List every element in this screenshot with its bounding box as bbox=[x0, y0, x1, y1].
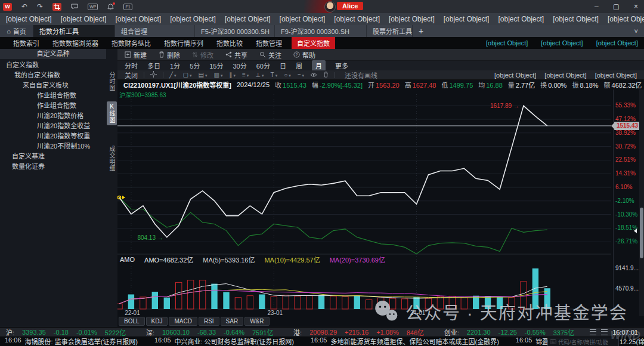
list-menu-icon[interactable] bbox=[601, 329, 608, 335]
close-button[interactable]: × bbox=[634, 2, 638, 11]
workspace-tab[interactable]: 股票分析工具 bbox=[367, 25, 413, 37]
search-input[interactable] bbox=[558, 339, 613, 345]
axis-collapse-arrow-icon[interactable] bbox=[634, 228, 637, 233]
subtab-item[interactable]: 指数财务纵比 bbox=[112, 38, 151, 48]
tab-home[interactable]: ⌂ 首页 bbox=[0, 25, 33, 37]
period-option[interactable]: 分时 bbox=[125, 61, 138, 70]
amo-tab[interactable]: AMO bbox=[120, 256, 135, 263]
chart-tool-menu[interactable]: [object Object] bbox=[544, 72, 586, 79]
tree-item[interactable]: 作业组合指数 bbox=[0, 89, 106, 100]
period-option[interactable]: 周 bbox=[296, 61, 302, 70]
new-index-button[interactable]: 新建 bbox=[125, 50, 147, 60]
tree-item[interactable]: 自定义指数 bbox=[0, 59, 106, 69]
period-option[interactable]: 更多 bbox=[335, 61, 348, 70]
period-option[interactable]: 5分 bbox=[190, 61, 200, 70]
draw-tool-icon[interactable]: ∥ bbox=[229, 72, 236, 78]
menu-item[interactable]: [object Object] bbox=[225, 15, 271, 23]
index-quote[interactable]: 沪: 3393.35 -0.18 -0.01% 5222亿 bbox=[6, 328, 126, 337]
period-option[interactable]: 月 bbox=[312, 60, 326, 71]
user-name-badge[interactable]: Alice bbox=[337, 2, 363, 10]
draw-tool-icon[interactable]: ~ bbox=[298, 72, 304, 78]
vtab-time-share-chart[interactable]: 分时图 bbox=[107, 72, 117, 91]
indicator-tab[interactable]: SAR bbox=[221, 317, 244, 326]
period-option[interactable]: 15分 bbox=[209, 61, 223, 70]
wp-badge-icon[interactable]: WP bbox=[88, 4, 98, 10]
chart-tool-menu[interactable]: [object Object] bbox=[494, 72, 536, 79]
indicator-tab[interactable]: RSI bbox=[199, 317, 219, 326]
help-button[interactable]: ? 帮助 bbox=[293, 50, 315, 60]
subtab-item[interactable]: 自定义指数 bbox=[292, 37, 335, 49]
news-item[interactable]: 16:05 中兴商业: 公司财务总监辞职(证券日报网) bbox=[154, 336, 294, 346]
subtab-item[interactable]: 指数行情序列 bbox=[164, 38, 203, 48]
menu-item[interactable]: [object Object] bbox=[170, 15, 216, 23]
tree-item[interactable]: 川渝20不限制10% bbox=[0, 140, 106, 150]
vtab-kline-chart[interactable]: K线图 bbox=[107, 101, 117, 125]
subtab-item[interactable]: 指数数据浏览器 bbox=[52, 38, 98, 48]
indicator-tab[interactable]: W&R bbox=[244, 317, 269, 326]
menu-item[interactable]: [object Object] bbox=[6, 15, 52, 23]
workspace-tab[interactable]: 指数分析工具 bbox=[33, 25, 115, 37]
maximize-button[interactable]: ▢ bbox=[613, 2, 620, 11]
indicator-tab[interactable]: KDJ bbox=[146, 317, 168, 326]
menu-item[interactable]: [object Object] bbox=[280, 15, 326, 23]
visibility-eye-icon[interactable] bbox=[310, 72, 317, 79]
menu-item[interactable]: [object Object] bbox=[498, 15, 544, 23]
menu-item[interactable]: [object Object] bbox=[115, 15, 161, 23]
period-option[interactable]: 1分 bbox=[170, 61, 180, 70]
delete-index-button[interactable]: 删除 bbox=[159, 50, 180, 60]
redo-icon[interactable]: ↷ bbox=[37, 0, 43, 13]
watch-index-button[interactable]: 关注 bbox=[259, 50, 281, 60]
period-option[interactable]: 日 bbox=[280, 61, 286, 70]
service-link[interactable]: [object Object] bbox=[541, 39, 583, 47]
draw-tool-icon[interactable]: ▥ bbox=[213, 72, 222, 78]
draw-tool-icon[interactable]: ≡ bbox=[242, 72, 249, 78]
period-option[interactable]: 多日 bbox=[147, 61, 160, 70]
list-menu-icon[interactable] bbox=[590, 329, 596, 335]
workspace-tab[interactable]: F5-沪深300 000300.SH bbox=[195, 25, 275, 37]
tree-item[interactable]: 川渝20指数等权重 bbox=[0, 130, 106, 140]
index-quote[interactable]: 创业: 2201.30 -12.25 -0.55% 3375亿 bbox=[444, 328, 574, 337]
user-avatar[interactable] bbox=[324, 1, 336, 13]
minimize-button[interactable]: – bbox=[595, 2, 599, 11]
draw-tool-icon[interactable]: ╱ bbox=[169, 72, 177, 78]
share-index-button[interactable]: 共享 bbox=[225, 50, 247, 60]
delete-drawing-trash-icon[interactable] bbox=[323, 72, 329, 79]
draw-tool-icon[interactable]: T bbox=[271, 72, 278, 78]
menu-item[interactable]: [object Object] bbox=[553, 15, 599, 23]
tree-item[interactable]: 川渝20指数价格 bbox=[0, 110, 106, 120]
drawbar-close-button[interactable]: 关闭 bbox=[125, 70, 138, 80]
undo-icon[interactable]: ↶ bbox=[21, 0, 27, 13]
workspace-tab[interactable]: 组合管理 bbox=[115, 25, 195, 37]
tab-overflow-chevron-icon[interactable]: ˅ bbox=[634, 25, 644, 37]
crosshair-icon[interactable] bbox=[150, 71, 157, 79]
draw-tool-icon[interactable]: ▤ bbox=[199, 72, 208, 78]
period-option[interactable]: 30分 bbox=[233, 61, 247, 70]
app-logo[interactable]: W bbox=[3, 3, 12, 11]
menu-item[interactable]: [object Object] bbox=[334, 15, 380, 23]
menu-item[interactable]: [object Object] bbox=[444, 15, 490, 23]
service-link[interactable]: [object Object] bbox=[486, 39, 528, 47]
chart-scrollbar-thumb[interactable] bbox=[640, 208, 643, 258]
news-item[interactable]: 16:06 海锅股份: 监事会换届选举(证券日报网) bbox=[5, 336, 138, 346]
tree-item[interactable]: 我的自定义指数 bbox=[0, 69, 106, 79]
menu-item[interactable]: [object Object] bbox=[61, 15, 107, 23]
subtab-item[interactable]: 指数索引 bbox=[13, 38, 39, 48]
tree-item[interactable]: 来自自定义板块 bbox=[0, 79, 106, 89]
draw-tool-icon[interactable]: ○ bbox=[284, 72, 291, 78]
menu-item[interactable]: [object Object] bbox=[608, 15, 644, 23]
kline-chart[interactable]: 804.13 →1617.89 → bbox=[117, 89, 644, 316]
screenshot-crop-icon[interactable] bbox=[52, 3, 61, 11]
draw-tool-icon[interactable]: ▢ bbox=[183, 72, 192, 78]
period-option[interactable]: 60分 bbox=[256, 61, 270, 70]
indicator-tab[interactable]: MACD bbox=[169, 317, 197, 326]
indicator-tab[interactable]: BOLL bbox=[119, 317, 145, 326]
vtab-trade-detail[interactable]: 成交明细 bbox=[107, 146, 117, 172]
draw-tool-icon[interactable]: ⊥ bbox=[255, 72, 264, 78]
chat-icon[interactable] bbox=[71, 4, 78, 10]
f1-badge-icon[interactable]: F1 bbox=[123, 4, 132, 10]
tree-item[interactable]: 川渝20指数全收益 bbox=[0, 120, 106, 130]
notification-bell-icon[interactable] bbox=[107, 4, 114, 10]
tree-item[interactable]: 自定义基准 bbox=[0, 150, 106, 160]
modify-index-button[interactable]: 修改 bbox=[192, 50, 213, 60]
index-quote[interactable]: 深: 10603.10 -68.33 -0.64% 7591亿 bbox=[146, 328, 274, 337]
